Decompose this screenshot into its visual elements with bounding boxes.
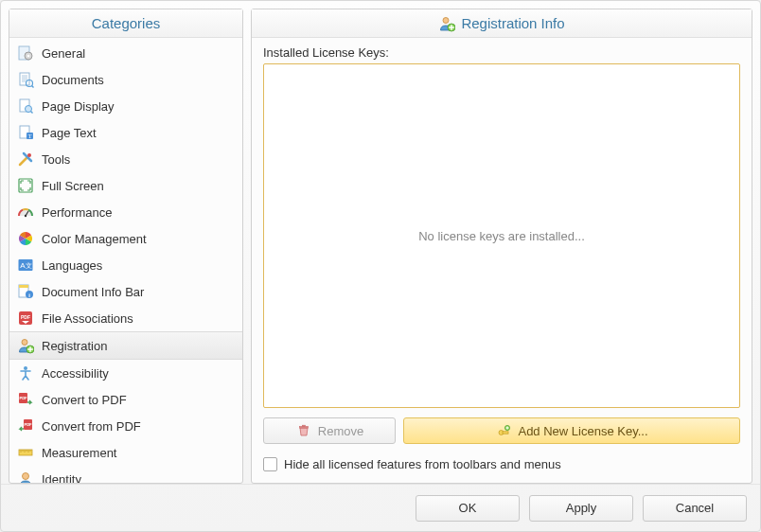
trash-icon	[295, 422, 312, 439]
sidebar-item-label: Documents	[42, 73, 104, 87]
sidebar-item-page-display[interactable]: Page Display	[9, 93, 242, 119]
add-key-label: Add New License Key...	[518, 424, 647, 438]
preferences-dialog: Categories GeneralDocumentsPage DisplayT…	[0, 0, 761, 532]
page-text-icon: T	[17, 124, 34, 141]
color-wheel-icon	[17, 230, 34, 247]
sidebar-item-label: Convert to PDF	[42, 393, 127, 407]
sidebar-item-label: Color Management	[42, 232, 147, 246]
sidebar-item-label: Page Display	[42, 99, 115, 114]
sidebar-item-registration[interactable]: Registration	[9, 331, 242, 360]
sidebar-item-label: Accessibility	[42, 366, 109, 381]
content-header: Registration Info	[252, 9, 752, 38]
sidebar-item-label: General	[42, 46, 85, 61]
svg-point-31	[23, 473, 29, 480]
sidebar-item-label: Identity	[42, 472, 81, 484]
sidebar-item-label: Page Text	[42, 126, 97, 140]
content-panel: Registration Info Installed License Keys…	[251, 9, 752, 484]
svg-point-12	[25, 215, 27, 217]
sidebar-item-identity[interactable]: Identity	[9, 466, 242, 483]
svg-text:文: 文	[26, 262, 32, 269]
sidebar-item-full-screen[interactable]: Full Screen	[9, 172, 242, 199]
accessibility-icon	[17, 364, 34, 381]
tools-icon	[17, 151, 34, 168]
sidebar-item-documents[interactable]: Documents	[9, 66, 242, 93]
doc-icon	[17, 71, 34, 88]
languages-icon: A文	[17, 257, 34, 274]
key-plus-icon	[495, 422, 512, 439]
gauge-icon	[17, 204, 34, 221]
content-body: Installed License Keys: No license keys …	[252, 38, 752, 483]
cancel-button[interactable]: Cancel	[643, 495, 747, 522]
sidebar-item-tools[interactable]: Tools	[9, 146, 242, 172]
hide-features-row[interactable]: Hide all licensed features from toolbars…	[263, 457, 740, 471]
installed-keys-label: Installed License Keys:	[263, 45, 740, 60]
categories-list[interactable]: GeneralDocumentsPage DisplayTPage TextTo…	[9, 38, 242, 483]
convert-from-icon: PDF	[17, 417, 34, 434]
categories-title: Categories	[92, 9, 161, 38]
hide-features-checkbox[interactable]	[263, 457, 277, 471]
categories-header: Categories	[9, 9, 242, 38]
categories-panel: Categories GeneralDocumentsPage DisplayT…	[9, 9, 243, 484]
sidebar-item-label: Registration	[42, 339, 107, 353]
sidebar-item-general[interactable]: General	[9, 40, 242, 66]
svg-point-25	[24, 366, 27, 370]
person-plus-icon	[17, 337, 34, 354]
page-magnify-icon	[17, 98, 34, 115]
svg-rect-3	[20, 73, 29, 85]
svg-rect-37	[503, 432, 508, 434]
svg-rect-35	[302, 425, 305, 426]
sidebar-item-label: Performance	[42, 205, 112, 220]
svg-rect-18	[19, 285, 28, 288]
sidebar-item-label: File Associations	[42, 311, 133, 326]
apply-button[interactable]: Apply	[529, 495, 633, 522]
infobar-icon: i	[17, 283, 34, 300]
sidebar-item-measurement[interactable]: Measurement	[9, 439, 242, 466]
sidebar-item-convert-to-pdf[interactable]: PDFConvert to PDF	[9, 386, 242, 413]
sidebar-item-languages[interactable]: A文Languages	[9, 252, 242, 278]
file-assoc-icon: PDF	[17, 310, 34, 327]
sidebar-item-performance[interactable]: Performance	[9, 199, 242, 225]
sidebar-item-color-management[interactable]: Color Management	[9, 225, 242, 252]
person-plus-icon	[438, 15, 455, 32]
sidebar-item-label: Languages	[42, 258, 102, 273]
content-title: Registration Info	[461, 9, 564, 38]
svg-text:T: T	[28, 133, 32, 139]
sidebar-item-file-associations[interactable]: PDFFile Associations	[9, 305, 242, 331]
empty-keys-text: No license keys are installed...	[418, 229, 585, 243]
sidebar-item-accessibility[interactable]: Accessibility	[9, 360, 242, 386]
main-area: Categories GeneralDocumentsPage DisplayT…	[1, 1, 760, 484]
svg-text:PDF: PDF	[25, 422, 33, 427]
hide-features-label: Hide all licensed features from toolbars…	[284, 457, 561, 471]
add-key-button[interactable]: Add New License Key...	[403, 417, 740, 444]
svg-text:PDF: PDF	[20, 396, 28, 400]
svg-point-23	[22, 340, 27, 346]
ruler-icon	[17, 444, 34, 461]
gear-icon	[17, 44, 34, 62]
ok-button[interactable]: OK	[416, 495, 520, 522]
license-keys-list[interactable]: No license keys are installed...	[263, 63, 740, 408]
sidebar-item-label: Full Screen	[42, 179, 104, 193]
remove-key-button[interactable]: Remove	[263, 417, 396, 444]
convert-to-icon: PDF	[17, 391, 34, 408]
remove-key-label: Remove	[318, 424, 363, 438]
sidebar-item-document-info-bar[interactable]: iDocument Info Bar	[9, 278, 242, 305]
svg-point-6	[26, 106, 32, 113]
keys-button-row: Remove Add New License Key...	[263, 417, 740, 444]
sidebar-item-label: Measurement	[42, 446, 116, 460]
sidebar-item-convert-from-pdf[interactable]: PDFConvert from PDF	[9, 413, 242, 439]
svg-point-10	[27, 153, 31, 157]
fullscreen-icon	[17, 177, 34, 194]
sidebar-item-page-text[interactable]: TPage Text	[9, 119, 242, 146]
identity-icon	[17, 470, 34, 483]
svg-point-2	[27, 55, 30, 58]
svg-point-32	[443, 17, 449, 23]
sidebar-item-label: Convert from PDF	[42, 419, 141, 434]
sidebar-item-label: Document Info Bar	[42, 285, 144, 299]
svg-text:PDF: PDF	[21, 314, 30, 320]
sidebar-item-label: Tools	[42, 152, 70, 167]
dialog-button-bar: OK Apply Cancel	[1, 484, 760, 531]
